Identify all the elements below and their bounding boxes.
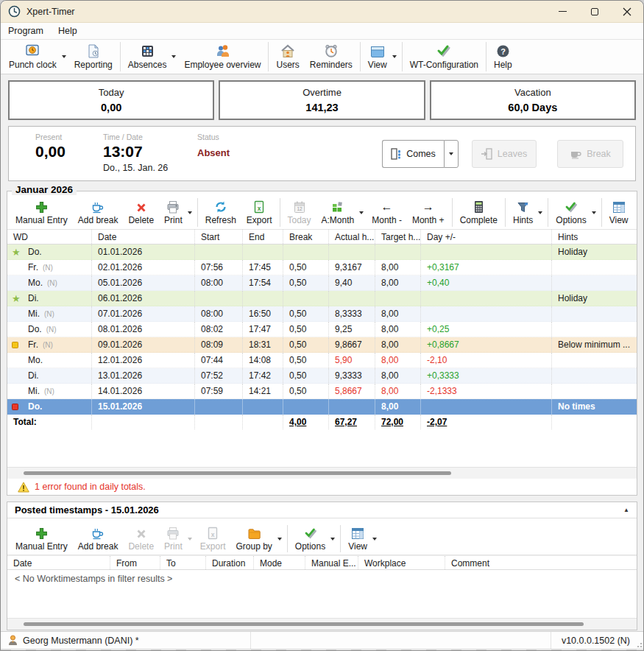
minimize-button[interactable] [546,1,578,23]
complete-button[interactable]: Complete [455,196,503,229]
reminders-button[interactable]: Reminders [305,40,358,74]
hints-button[interactable]: Hints [508,196,538,229]
ts-print-button[interactable]: Print [159,523,188,555]
month-minus-button[interactable]: ← Month - [367,196,407,229]
reporting-button[interactable]: Reporting [69,40,118,74]
weekday-label: Fr. [28,260,38,275]
leaves-button[interactable]: Leaves [472,140,537,168]
overtime-card: Overtime 141,23 [219,80,425,120]
month-plus-button[interactable]: → Month + [407,196,450,229]
maximize-button[interactable] [578,1,611,23]
ts-options-dropdown[interactable] [330,523,338,555]
options-button[interactable]: Options [551,196,591,229]
help-button[interactable]: ? Help [489,40,517,74]
month-column-header[interactable]: Hints [552,230,637,244]
month-table-row[interactable]: Fr.(N)09.01.202608:0918:310,509,86678,00… [7,337,637,353]
scrollbar-thumb[interactable] [24,471,451,475]
month-column-header[interactable]: Actual h... [329,230,375,244]
ts-view-dropdown[interactable] [372,523,380,555]
print-button[interactable]: Print [159,196,188,229]
month-table-cell: 8,00 [375,260,421,275]
comes-button[interactable]: Comes [382,140,444,168]
print-dropdown[interactable] [188,196,195,229]
month-table-cell: 0,50 [283,260,329,275]
employee-overview-button[interactable]: Employee overview [179,40,266,74]
month-table-cell: +0,40 [421,275,552,290]
scrollbar-thumb[interactable] [24,622,584,626]
weekday-label: Do. [28,322,42,337]
ts-view-button[interactable]: View [343,523,372,555]
month-column-header[interactable]: Target h... [375,230,421,244]
month-column-header[interactable]: Date [92,230,195,244]
timestamps-horizontal-scrollbar[interactable] [7,618,637,630]
menu-program[interactable]: Program [1,23,51,39]
timestamps-column-header[interactable]: Mode [254,556,305,569]
timestamps-column-header[interactable]: To [160,556,206,569]
users-button[interactable]: Users [271,40,304,74]
month-column-header[interactable]: End [243,230,283,244]
month-table-row[interactable]: Fr.(N)02.01.202607:5617:450,509,31678,00… [7,260,637,275]
check-icon [565,199,578,214]
punch-clock-dropdown[interactable] [62,40,69,74]
today-button[interactable]: 12 Today [283,196,316,229]
close-button[interactable] [611,1,643,23]
timestamps-column-header[interactable]: Comment [445,556,637,569]
ts-group-by-button[interactable]: Group by [230,523,277,555]
month-table-row[interactable]: ★Do.01.01.2026Holiday [7,244,637,260]
view-button[interactable]: View [363,40,392,74]
timestamps-table-header: DateFromToDurationModeManual E...Workpla… [7,555,637,570]
options-dropdown[interactable] [592,196,599,229]
delete-button[interactable]: Delete [123,196,159,229]
red-marker-icon [12,404,28,410]
month-view-button[interactable]: View [604,196,634,229]
export-button[interactable]: x Export [241,196,277,229]
absences-dropdown[interactable] [171,40,179,74]
manual-entry-button[interactable]: Manual Entry [10,196,73,229]
month-column-header[interactable]: Day +/- [421,230,552,244]
comes-dropdown[interactable] [444,140,459,168]
punch-clock-button[interactable]: Punch clock [4,40,62,74]
month-table-cell: +0,8667 [421,337,552,352]
resize-grip-icon[interactable] [636,641,642,647]
month-column-header[interactable]: Break [283,230,329,244]
ts-options-button[interactable]: Options [290,523,330,555]
month-table-row[interactable]: Di.13.01.202607:5217:420,509,33338,00+0,… [7,368,637,384]
absences-button[interactable]: Absences [123,40,172,74]
month-table-row[interactable]: Mi.(N)07.01.202608:0016:500,508,33338,00 [7,306,637,322]
month-table-row[interactable]: Do.15.01.20268,00No times [7,399,637,415]
view-dropdown[interactable] [392,40,400,74]
amonth-button[interactable]: A:Month [316,196,360,229]
month-column-header[interactable]: Start [195,230,243,244]
month-column-header[interactable]: WD [7,230,92,244]
ts-group-by-dropdown[interactable] [277,523,285,555]
refresh-button[interactable]: Refresh [200,196,241,229]
hints-dropdown[interactable] [538,196,545,229]
timestamps-column-header[interactable]: Duration [206,556,254,569]
timestamps-column-header[interactable]: Manual E... [305,556,358,569]
ts-export-button[interactable]: x Export [195,523,231,555]
month-table-row[interactable]: Do.(N)08.01.202608:0217:470,509,258,00+0… [7,322,637,337]
ts-manual-entry-button[interactable]: Manual Entry [10,523,73,555]
timestamps-column-header[interactable]: Date [7,556,110,569]
add-break-button[interactable]: Add break [73,196,124,229]
month-horizontal-scrollbar[interactable] [7,467,637,479]
month-table-row[interactable]: Mo.12.01.202607:4414:080,505,908,00-2,10 [7,353,637,368]
month-table-row[interactable]: Mo.(N)05.01.202608:0017:540,509,408,00+0… [7,275,637,291]
wt-configuration-button[interactable]: WT-Configuration [405,40,484,74]
ts-delete-button[interactable]: Delete [123,523,159,555]
timestamps-header[interactable]: Posted timestamps - 15.01.2026 ▲ [7,502,637,518]
month-table-row[interactable]: ★Di.06.01.2026Holiday [7,291,637,306]
month-table-row[interactable]: Mi.(N)14.01.202607:5914:210,505,86678,00… [7,384,637,399]
ts-add-break-button[interactable]: Add break [73,523,124,555]
break-button[interactable]: Break [557,140,623,168]
chevron-down-icon [330,538,335,541]
month-table-cell: 9,40 [329,275,375,290]
timestamps-column-header[interactable]: Workplace [358,556,445,569]
timestamps-column-header[interactable]: From [110,556,160,569]
svg-text:x: x [258,205,261,212]
collapse-up-icon[interactable]: ▲ [623,507,629,513]
month-table-cell: 05.01.2026 [92,275,195,290]
menu-help[interactable]: Help [51,23,85,39]
ts-print-dropdown[interactable] [188,523,195,555]
amonth-dropdown[interactable] [359,196,367,229]
